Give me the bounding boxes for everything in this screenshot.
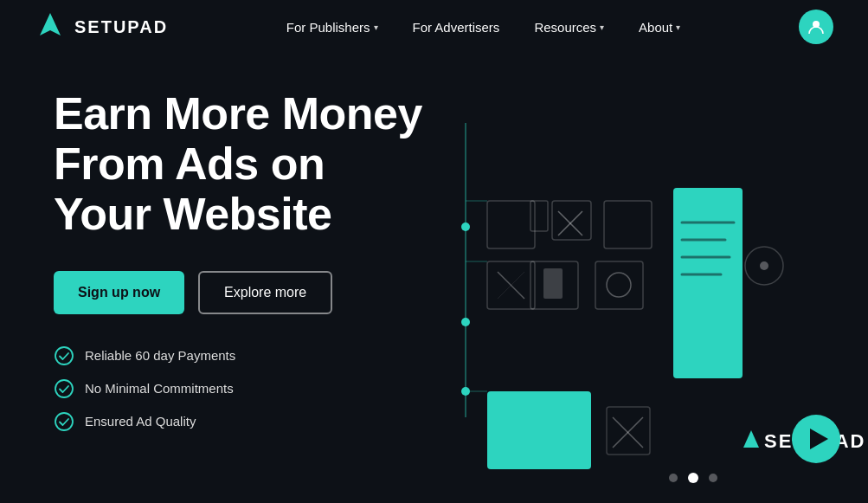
brand-name: SETUPAD	[74, 17, 168, 37]
svg-rect-13	[552, 201, 591, 240]
svg-point-7	[461, 222, 470, 231]
logo[interactable]: SETUPAD	[35, 11, 168, 42]
svg-point-2	[55, 347, 73, 364]
svg-rect-14	[604, 201, 652, 248]
svg-point-3	[55, 380, 73, 397]
hero-title: Earn More Money From Ads on Your Website	[54, 88, 433, 240]
chevron-down-icon: ▾	[374, 23, 378, 32]
navbar: SETUPAD For Publishers ▾ For Advertisers…	[0, 0, 868, 54]
feature-item-quality: Ensured Ad Quality	[54, 411, 433, 432]
svg-rect-29	[487, 391, 591, 469]
nav-links: For Publishers ▾ For Advertisers Resourc…	[273, 13, 694, 42]
features-list: Reliable 60 day Payments No Minimal Comm…	[54, 345, 433, 432]
svg-point-28	[607, 273, 631, 297]
person-icon	[807, 18, 825, 35]
hero-section: Earn More Money From Ads on Your Website…	[0, 54, 868, 503]
sign-in-button[interactable]	[799, 10, 833, 44]
nav-item-for-advertisers[interactable]: For Advertisers	[399, 13, 514, 42]
nav-item-for-publishers[interactable]: For Publishers ▾	[273, 13, 392, 42]
svg-point-33	[669, 474, 678, 482]
explore-more-button[interactable]: Explore more	[198, 271, 332, 314]
svg-rect-10	[487, 201, 535, 248]
visual-grid-svg: SETUPAD	[418, 54, 868, 503]
chevron-down-icon: ▾	[676, 23, 680, 32]
check-circle-icon	[54, 345, 74, 366]
check-circle-icon	[54, 411, 74, 432]
svg-rect-43	[530, 201, 548, 231]
hero-content: Earn More Money From Ads on Your Website…	[0, 54, 433, 503]
feature-item-commitments: No Minimal Commitments	[54, 378, 433, 399]
logo-icon	[35, 11, 66, 42]
nav-item-resources[interactable]: Resources ▾	[520, 13, 618, 42]
svg-point-8	[461, 318, 470, 326]
sign-up-button[interactable]: Sign up now	[54, 271, 184, 314]
svg-rect-32	[607, 407, 650, 455]
svg-rect-26	[530, 261, 578, 309]
svg-point-35	[709, 474, 717, 482]
svg-marker-0	[40, 13, 61, 35]
hero-buttons: Sign up now Explore more	[54, 271, 433, 314]
nav-item-about[interactable]: About ▾	[625, 13, 694, 42]
svg-rect-15	[673, 188, 743, 378]
check-circle-icon	[54, 378, 74, 399]
chevron-down-icon: ▾	[600, 23, 604, 32]
svg-point-21	[760, 261, 768, 270]
svg-point-34	[688, 473, 698, 483]
hero-visual: SETUPAD	[418, 54, 868, 503]
nav-right	[799, 10, 833, 44]
svg-point-4	[55, 413, 73, 430]
feature-item-payments: Reliable 60 day Payments	[54, 345, 433, 366]
